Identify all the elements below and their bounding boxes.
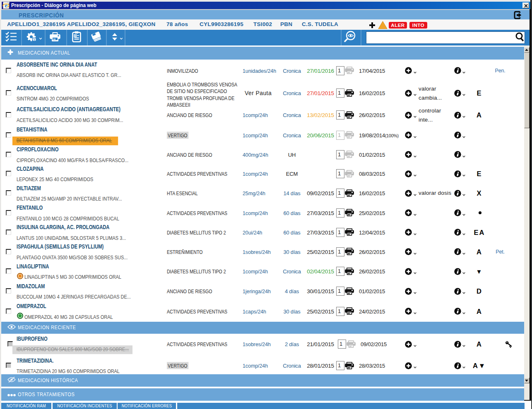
svg-text:5: 5	[34, 38, 35, 41]
svg-text:e: e	[5, 2, 7, 9]
